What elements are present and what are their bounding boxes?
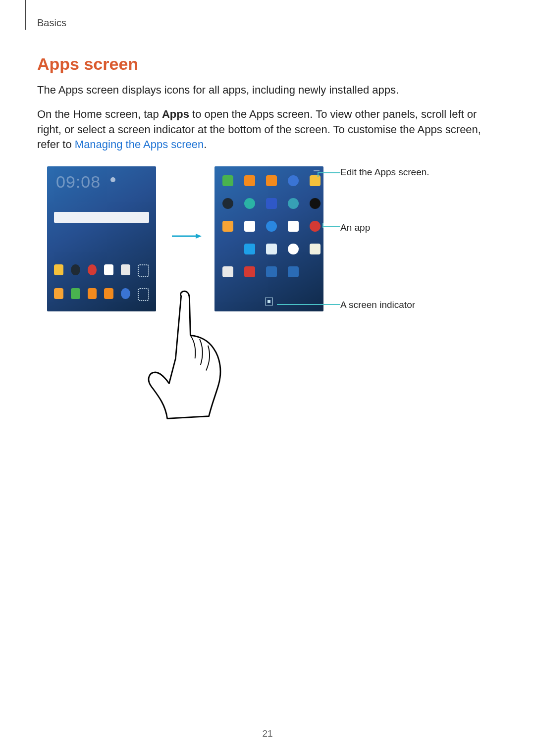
text-run: . <box>204 138 207 151</box>
text-run: On the Home screen, tap <box>37 108 162 120</box>
clock-icon <box>310 198 321 209</box>
weather-icon <box>110 177 115 182</box>
transition-arrow-icon <box>172 232 202 237</box>
folder-icon <box>222 221 233 232</box>
gallery-icon <box>310 175 321 186</box>
callout-indicator: A screen indicator <box>340 299 415 311</box>
grid-icon <box>138 264 149 277</box>
instruction-paragraph: On the Home screen, tap Apps to open the… <box>37 107 498 152</box>
calendar-icon <box>104 264 113 275</box>
leader-line <box>277 304 340 305</box>
shortcut-row-1 <box>54 264 149 277</box>
manual-page: Basics Apps screen The Apps screen displ… <box>0 0 535 756</box>
gallery-icon <box>54 264 63 275</box>
apps-grid <box>222 175 323 280</box>
section-header: Basics <box>37 17 66 29</box>
cal-icon <box>244 221 255 232</box>
managing-apps-link[interactable]: Managing the Apps screen <box>75 138 204 151</box>
callout-an-app: An app <box>340 222 370 234</box>
leader-line <box>318 172 319 177</box>
mail-icon <box>104 288 113 299</box>
rec2-icon <box>310 221 321 232</box>
yt-icon <box>244 266 255 277</box>
music-icon <box>244 198 255 209</box>
page-number: 21 <box>0 728 535 739</box>
leader-line <box>318 172 340 173</box>
edit-menu-icon <box>314 170 320 171</box>
play-icon <box>222 266 233 277</box>
camera-icon <box>71 264 80 275</box>
playstore-icon <box>121 264 130 275</box>
screen-indicator-icon <box>265 298 273 305</box>
cloud-icon <box>266 221 277 232</box>
apps-bold: Apps <box>162 108 189 120</box>
intro-paragraph: The Apps screen displays icons for all a… <box>37 83 498 98</box>
phone-icon <box>222 175 233 186</box>
hand-illustration <box>121 289 250 428</box>
sman-icon <box>288 198 299 209</box>
recorder-icon <box>88 264 97 275</box>
leader-line <box>322 226 340 227</box>
phone-icon <box>71 288 80 299</box>
cal2-icon <box>288 221 299 232</box>
contacts-icon <box>88 288 97 299</box>
folder-icon <box>54 288 63 299</box>
figure: 09:08 <box>37 166 498 414</box>
settings-icon <box>222 244 233 254</box>
google-search-bar <box>54 212 149 223</box>
clock-widget: 09:08 <box>56 172 101 192</box>
gapp-icon <box>244 244 255 254</box>
chrome-icon <box>288 244 299 254</box>
callout-edit-apps: Edit the Apps screen. <box>340 166 439 178</box>
camera-icon <box>222 198 233 209</box>
w1-icon <box>266 266 277 277</box>
maps-icon <box>310 244 321 254</box>
contact-icon <box>244 175 255 186</box>
page-title: Apps screen <box>37 54 498 74</box>
svg-marker-1 <box>196 234 202 239</box>
video-icon <box>266 198 277 209</box>
leader-line <box>322 223 323 228</box>
globe-icon <box>288 175 299 186</box>
gplay-icon <box>266 244 277 254</box>
header-rule <box>25 0 26 30</box>
mail-icon <box>266 175 277 186</box>
w2-icon <box>288 266 299 277</box>
